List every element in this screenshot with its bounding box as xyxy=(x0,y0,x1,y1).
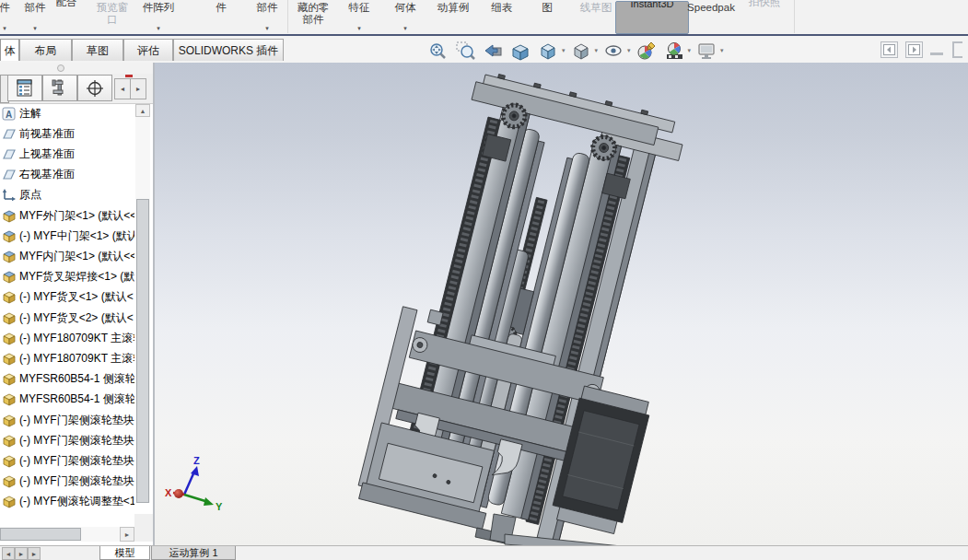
command-tab-SOLIDWORKS 插件[interactable]: SOLIDWORKS 插件 xyxy=(173,39,284,61)
tree-item-label: (-) MYF货叉<2> (默认< xyxy=(19,310,134,326)
part-icon xyxy=(2,392,17,406)
apply-scene-caret-icon[interactable]: ▾ xyxy=(688,47,692,54)
tree-item[interactable]: (-) MYF门架侧滚轮垫块< xyxy=(2,411,134,429)
command-tab-布局[interactable]: 布局 xyxy=(19,39,72,61)
view-orientation-icon[interactable] xyxy=(536,40,560,62)
cad-model-forklift-mast: Z Y X xyxy=(155,63,968,545)
sheet-nav-button-1[interactable]: ► xyxy=(15,547,28,560)
tree-item-label: MYF货叉架焊接<1> (默 xyxy=(19,269,134,285)
part-icon xyxy=(2,290,17,304)
sheet-nav-button-2[interactable]: ► xyxy=(28,547,41,560)
tree-item[interactable]: MYF货叉架焊接<1> (默 xyxy=(2,268,134,286)
command-tab-草图[interactable]: 草图 xyxy=(72,39,123,61)
subassembly-icon xyxy=(2,270,17,284)
panel-grip[interactable] xyxy=(57,64,64,72)
part-icon xyxy=(2,311,17,325)
subassembly-icon xyxy=(2,209,17,223)
display-style-icon[interactable] xyxy=(569,40,593,62)
tree-item-label: MYF外门架<1> (默认<< xyxy=(19,208,134,224)
scrollbar-corner xyxy=(134,514,153,542)
tree-item-label: (-) MYF180709KT 主滚轮 xyxy=(19,351,134,367)
feature-tree: A注解前视基准面上视基准面右视基准面原点MYF外门架<1> (默认<<(-) M… xyxy=(0,104,134,512)
reference-triad: Z Y X xyxy=(165,455,223,512)
tree-item[interactable]: (-) MYF180709KT 主滚轮 xyxy=(2,349,134,368)
pane-left-button[interactable] xyxy=(881,41,898,58)
solidworks-window: 件▾部件▾配合预览窗口件阵列▾件部件▾藏的零部件特征▾何体▾动算例细表图线草图I… xyxy=(0,0,968,560)
tree-item-label: 前视基准面 xyxy=(19,126,75,142)
view-settings-icon[interactable] xyxy=(694,40,718,62)
hide-show-items-icon[interactable] xyxy=(601,40,625,62)
bottom-tab-运动算例 1[interactable]: 运动算例 1 xyxy=(151,546,236,560)
part-icon xyxy=(2,454,17,468)
part-icon xyxy=(2,434,17,448)
bottom-tab-bar: ◄►►模型运动算例 1 xyxy=(0,545,968,560)
panel-splitter[interactable] xyxy=(153,63,155,545)
edit-component-caret-icon[interactable]: ▾ xyxy=(0,25,74,32)
reference-geometry-caret-icon[interactable]: ▾ xyxy=(367,25,444,32)
tree-item[interactable]: 右视基准面 xyxy=(2,166,134,184)
display-style-caret-icon[interactable]: ▾ xyxy=(595,47,599,54)
scroll-right-button[interactable]: ► xyxy=(120,527,134,542)
tree-item[interactable]: (-) MYF中门架<1> (默认 xyxy=(2,227,134,245)
minimize-button[interactable] xyxy=(930,52,943,55)
tree-item-label: (-) MYF门架侧滚轮垫块< xyxy=(19,453,134,469)
tree-item-label: MYFSR60B54-1 侧滚轮 xyxy=(19,371,134,387)
tree-item[interactable]: (-) MYF货叉<1> (默认< xyxy=(2,288,134,307)
sheet-nav-button-0[interactable]: ◄ xyxy=(2,547,15,560)
previous-view-icon[interactable] xyxy=(481,40,505,62)
move-component-caret-icon[interactable]: ▾ xyxy=(228,25,306,32)
panel-tab-featuremanager-tree[interactable] xyxy=(7,75,42,101)
tree-item[interactable]: (-) MYF侧滚轮调整垫<1: xyxy=(2,493,134,511)
apply-scene-icon[interactable] xyxy=(662,40,686,62)
ribbon-item-take-snapshot: 拍快照 xyxy=(726,0,803,8)
tree-item[interactable]: MYF外门架<1> (默认<< xyxy=(2,206,134,225)
part-icon xyxy=(2,332,17,345)
scroll-up-button[interactable]: ▲ xyxy=(135,104,150,117)
graphics-viewport[interactable]: Z Y X xyxy=(155,63,968,545)
main-area: Z Y X ◂▸ A注解前视基准面上视基准面右视基准面原点MYF外门架<1> (… xyxy=(0,63,968,545)
tree-item[interactable]: MYF内门架<1> (默认<< xyxy=(2,247,134,265)
tree-item[interactable]: MYFSR60B54-1 侧滚轮 xyxy=(2,370,134,389)
command-tab-体[interactable]: 体 xyxy=(0,39,19,61)
section-view-icon[interactable] xyxy=(508,40,532,62)
panel-nav-left-button[interactable]: ◂ xyxy=(114,78,131,99)
view-orientation-caret-icon[interactable]: ▾ xyxy=(562,47,566,54)
hide-show-items-caret-icon[interactable]: ▾ xyxy=(627,47,631,54)
component-pattern-caret-icon[interactable]: ▾ xyxy=(120,25,197,32)
origin-icon xyxy=(2,188,17,202)
view-settings-caret-icon[interactable]: ▾ xyxy=(720,47,724,54)
tree-item-label: (-) MYF门架侧滚轮垫块< xyxy=(19,473,134,489)
tree-item[interactable]: 原点 xyxy=(2,186,134,204)
tree-item[interactable]: 前视基准面 xyxy=(2,124,134,143)
panel-header xyxy=(0,63,153,74)
panel-nav-right-button[interactable]: ▸ xyxy=(130,78,146,99)
panel-tab-marker xyxy=(125,75,133,77)
tree-item-label: (-) MYF门架侧滚轮垫块< xyxy=(19,413,134,428)
plane-icon xyxy=(2,168,17,181)
tree-item-label: MYF内门架<1> (默认<< xyxy=(19,249,134,264)
pane-right-button[interactable] xyxy=(905,41,923,58)
tree-item[interactable]: (-) MYF门架侧滚轮垫块< xyxy=(2,472,134,491)
tree-item[interactable]: (-) MYF货叉<2> (默认< xyxy=(2,309,134,327)
panel-tab-propertymanager[interactable] xyxy=(42,75,77,101)
tree-item-label: 原点 xyxy=(19,187,41,203)
tree-item-label: (-) MYF180709KT 主滚轮 xyxy=(19,331,134,346)
tree-item[interactable]: (-) MYF门架侧滚轮垫块< xyxy=(2,451,134,470)
tree-item[interactable]: (-) MYF180709KT 主滚轮 xyxy=(2,329,134,347)
tree-item[interactable]: (-) MYF门架侧滚轮垫块< xyxy=(2,431,134,449)
horizontal-scroll-thumb[interactable] xyxy=(0,528,81,541)
tree-item[interactable]: 上视基准面 xyxy=(2,145,134,163)
tree-item-label: (-) MYF中门架<1> (默认 xyxy=(19,228,134,244)
edit-appearance-icon[interactable] xyxy=(635,40,659,62)
tree-item[interactable]: MYFSR60B54-1 侧滚轮 xyxy=(2,391,134,409)
bottom-tab-模型[interactable]: 模型 xyxy=(99,546,150,560)
plane-icon xyxy=(2,147,17,161)
zoom-to-fit-icon[interactable] xyxy=(426,40,449,62)
panel-tab-configurationmanager[interactable] xyxy=(77,75,112,101)
zoom-to-area-icon[interactable] xyxy=(453,40,477,62)
restore-button[interactable] xyxy=(952,41,962,58)
featuremanager-panel: ◂▸ A注解前视基准面上视基准面右视基准面原点MYF外门架<1> (默认<<(-… xyxy=(0,63,153,545)
tree-item[interactable]: A注解 xyxy=(2,104,134,122)
vertical-scroll-thumb[interactable] xyxy=(136,199,149,503)
command-tab-评估[interactable]: 评估 xyxy=(123,39,173,61)
